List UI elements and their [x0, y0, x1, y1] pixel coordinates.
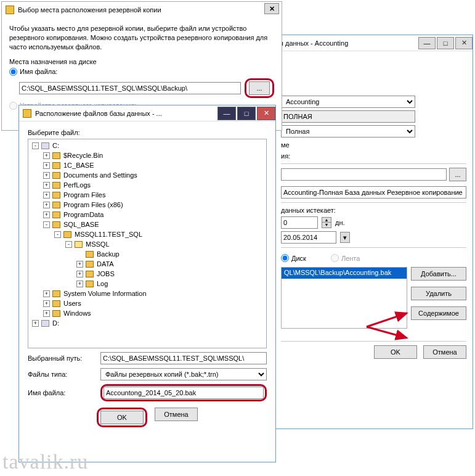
- tree-node[interactable]: +System Volume Information: [30, 289, 265, 298]
- choose-file-label: Выберите файл:: [28, 129, 267, 136]
- tree-node[interactable]: +Documents and Settings: [30, 170, 265, 180]
- folder-icon: [52, 172, 60, 179]
- tree-node[interactable]: +1C_BASE: [30, 160, 265, 170]
- days-unit: дн.: [335, 219, 345, 226]
- expand-icon[interactable]: +: [43, 162, 50, 169]
- tree-node-label: Users: [63, 300, 81, 307]
- folder-icon: [52, 162, 60, 169]
- folder-icon: [52, 202, 60, 208]
- window-title: Расположение файлов базы данных - ...: [35, 110, 216, 117]
- expand-icon[interactable]: +: [43, 182, 50, 189]
- drive-icon: [41, 320, 49, 327]
- file-path-field[interactable]: [19, 82, 241, 94]
- intro-text: Чтобы указать место для резервной копии,…: [9, 24, 274, 52]
- backup-database-window: ы данных - Accounting — □ ✕ Accounting П…: [274, 35, 473, 429]
- tree-node[interactable]: +Users: [30, 298, 265, 308]
- tree-node[interactable]: +DATA: [30, 259, 265, 269]
- expand-icon[interactable]: +: [43, 152, 50, 159]
- expand-icon[interactable]: +: [43, 211, 50, 218]
- expand-icon[interactable]: +: [76, 281, 83, 287]
- spinner-down-icon[interactable]: ▼: [322, 223, 331, 228]
- add-button[interactable]: Добавить...: [411, 267, 466, 281]
- maximize-button[interactable]: □: [237, 107, 256, 120]
- expand-icon[interactable]: +: [32, 320, 39, 327]
- tree-node[interactable]: -MSSQL: [30, 239, 265, 249]
- file-type-label: Файлы типа:: [28, 371, 95, 378]
- browse-button[interactable]: ...: [249, 81, 270, 95]
- cancel-button[interactable]: Отмена: [155, 408, 198, 421]
- contents-button[interactable]: Содержимое: [411, 306, 466, 320]
- tree-node[interactable]: +ProgramData: [30, 210, 265, 220]
- tree-node[interactable]: Backup: [30, 249, 265, 259]
- destination-list-item[interactable]: QL\MSSQL\Backup\Accounting.bak: [282, 268, 407, 279]
- expand-icon[interactable]: +: [43, 290, 50, 297]
- tree-node[interactable]: +$Recycle.Bin: [30, 150, 265, 160]
- expand-icon[interactable]: +: [43, 192, 50, 199]
- maximize-button[interactable]: □: [437, 37, 454, 49]
- collapse-icon[interactable]: -: [65, 241, 72, 248]
- browse-button[interactable]: ...: [449, 168, 466, 181]
- expand-icon[interactable]: +: [43, 300, 50, 307]
- database-select[interactable]: Accounting: [281, 96, 415, 108]
- destination-list[interactable]: QL\MSSQL\Backup\Accounting.bak: [281, 267, 407, 329]
- folder-icon: [75, 241, 83, 248]
- file-name-field[interactable]: [104, 387, 264, 399]
- expand-icon[interactable]: +: [76, 271, 83, 277]
- ok-button[interactable]: OK: [374, 345, 417, 359]
- minimize-button[interactable]: —: [418, 37, 436, 49]
- expand-icon[interactable]: +: [43, 202, 50, 208]
- minimize-button[interactable]: —: [217, 107, 236, 120]
- selected-path-field[interactable]: [100, 352, 267, 364]
- dest-disk-label: Диск: [291, 255, 306, 262]
- spinner-up-icon[interactable]: ▲: [322, 218, 331, 223]
- tree-node[interactable]: -C:: [30, 141, 265, 150]
- backup-path-field[interactable]: [281, 168, 447, 181]
- collapse-icon[interactable]: -: [32, 142, 39, 149]
- tree-node-label: MSSQL: [86, 240, 110, 248]
- device-radio: [9, 102, 17, 110]
- label-me: ме: [281, 141, 290, 149]
- expand-icon[interactable]: +: [43, 310, 50, 317]
- tree-node-label: MSSQL11.TEST_SQL: [75, 231, 142, 238]
- file-type-select[interactable]: Файлы резервных копий (*.bak;*.trn): [100, 368, 267, 380]
- tree-node[interactable]: +Program Files (x86): [30, 200, 265, 210]
- tree-node[interactable]: +D:: [30, 318, 265, 328]
- close-button[interactable]: ✕: [257, 107, 275, 120]
- watermark: tavalik.ru: [2, 450, 88, 474]
- tree-node-label: Backup: [97, 250, 120, 258]
- destinations-label: Места назначения на диске: [9, 58, 274, 65]
- tree-node-label: $Recycle.Bin: [63, 152, 103, 159]
- expand-icon[interactable]: +: [76, 261, 83, 268]
- tree-node-label: SQL_BASE: [63, 221, 99, 228]
- dest-disk-radio[interactable]: [281, 254, 289, 262]
- backup-name-field[interactable]: [281, 186, 466, 199]
- tree-node-label: D:: [52, 319, 59, 327]
- tree-node[interactable]: +Log: [30, 279, 265, 289]
- expire-days-field[interactable]: [281, 216, 318, 229]
- calendar-dropdown-icon[interactable]: ▾: [340, 232, 350, 243]
- recovery-model-field: [281, 110, 415, 123]
- backup-type-select[interactable]: Полная: [281, 125, 415, 137]
- tree-node[interactable]: +PerfLogs: [30, 180, 265, 190]
- close-button[interactable]: ✕: [264, 3, 279, 14]
- close-button[interactable]: ✕: [455, 37, 473, 49]
- file-name-radio[interactable]: [9, 68, 17, 76]
- tree-node[interactable]: -MSSQL11.TEST_SQL: [30, 229, 265, 239]
- remove-button[interactable]: Удалить: [411, 287, 466, 300]
- folder-tree[interactable]: -C:+$Recycle.Bin+1C_BASE+Documents and S…: [28, 139, 267, 348]
- expand-icon[interactable]: +: [43, 172, 50, 179]
- tree-node-label: ProgramData: [63, 211, 104, 218]
- window-title: Выбор места расположения резервной копии: [18, 6, 282, 14]
- tree-node[interactable]: +JOBS: [30, 269, 265, 279]
- folder-icon: [86, 261, 94, 268]
- collapse-icon[interactable]: -: [54, 231, 61, 238]
- tree-node[interactable]: +Windows: [30, 308, 265, 318]
- tree-node[interactable]: -SQL_BASE: [30, 220, 265, 229]
- expire-date-field[interactable]: [281, 231, 336, 244]
- tree-node[interactable]: +Program Files: [30, 190, 265, 200]
- collapse-icon[interactable]: -: [43, 221, 50, 228]
- cancel-button[interactable]: Отмена: [423, 345, 466, 359]
- tree-node-label: Program Files (x86): [63, 201, 123, 208]
- titlebar[interactable]: ы данных - Accounting — □ ✕: [275, 35, 473, 51]
- ok-button[interactable]: OK: [100, 411, 144, 424]
